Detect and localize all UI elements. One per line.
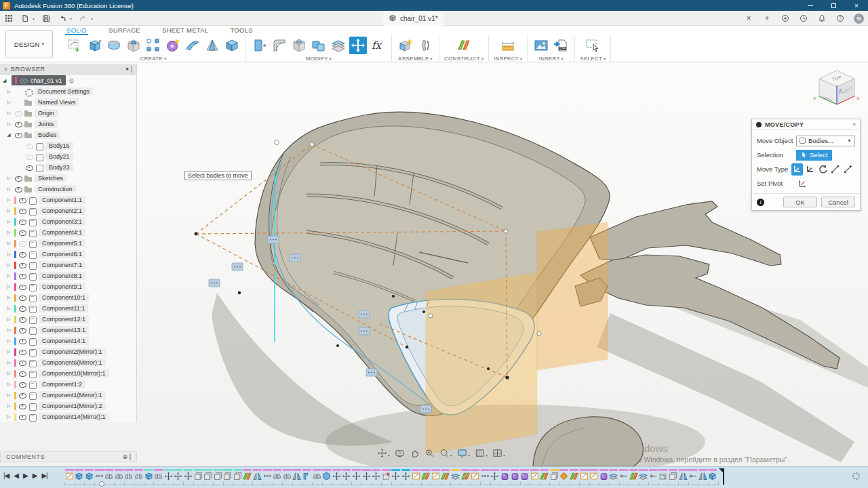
- set-pivot-button[interactable]: [796, 178, 809, 190]
- visibility-eye-icon[interactable]: [18, 327, 26, 333]
- extensions-icon[interactable]: [781, 14, 790, 23]
- timeline-feature-boolean[interactable]: [500, 469, 510, 481]
- panel-handle[interactable]: [131, 66, 132, 73]
- restore-button[interactable]: [822, 0, 845, 11]
- expand-icon[interactable]: ▷: [5, 241, 12, 246]
- timeline-feature-sketch[interactable]: [302, 469, 312, 481]
- browser-root-row[interactable]: ◢ chair_01 v1 ⊙: [0, 75, 136, 86]
- browser-row-component12-1[interactable]: ▷Component12:1: [0, 314, 136, 325]
- press-pull-button[interactable]: [251, 37, 269, 54]
- browser-row-component14-mirror-1[interactable]: ▷Component14(Mirror):1: [0, 411, 136, 422]
- timeline-feature-copy[interactable]: [223, 469, 233, 481]
- expand-icon[interactable]: ▷: [5, 100, 12, 105]
- group-label-inspect[interactable]: INSPECT: [494, 56, 522, 62]
- timeline-feature-move[interactable]: [174, 469, 184, 481]
- timeline-feature-mirror[interactable]: [272, 469, 282, 481]
- browser-row-component9-1[interactable]: ▷Component9:1: [0, 281, 136, 292]
- browser-header[interactable]: « BROWSER ●: [0, 64, 136, 75]
- look-at-button[interactable]: [395, 448, 405, 460]
- timeline-skip-end-button[interactable]: ▶|: [41, 472, 47, 479]
- expand-icon[interactable]: ▷: [5, 371, 12, 376]
- timeline-feature-extrude[interactable]: [84, 469, 94, 481]
- orbit-button[interactable]: ▾: [377, 448, 390, 460]
- sketch-pattern-button[interactable]: [144, 37, 162, 54]
- timeline-feature-extrude[interactable]: [708, 469, 718, 481]
- visibility-eye-icon[interactable]: [18, 413, 26, 420]
- timeline-feature-mirror[interactable]: [104, 469, 114, 481]
- browser-row-component10-mirror-1[interactable]: ▷Component10(Mirror):1: [0, 368, 136, 379]
- expand-icon[interactable]: ▷: [5, 284, 12, 289]
- browser-row-body16[interactable]: Body16: [0, 140, 136, 151]
- revolve-button[interactable]: [105, 37, 123, 54]
- timeline-feature-mirror[interactable]: [312, 469, 322, 481]
- visibility-eye-icon[interactable]: [20, 77, 28, 84]
- visibility-eye-icon[interactable]: [25, 153, 33, 160]
- visibility-eye-icon[interactable]: [18, 338, 26, 344]
- viewports-button[interactable]: ▾: [492, 448, 505, 460]
- expand-icon[interactable]: ▷: [5, 186, 12, 192]
- timeline-feature-extrude[interactable]: [144, 469, 154, 481]
- timeline-feature-sketch[interactable]: [431, 469, 441, 481]
- timeline-feature-mirror[interactable]: [134, 469, 144, 481]
- timeline-feature-point[interactable]: [559, 469, 570, 481]
- browser-row-document-settings[interactable]: ▷Document Settings: [0, 86, 136, 97]
- expand-icon[interactable]: ▷: [5, 392, 12, 398]
- expand-icon[interactable]: ▷: [5, 327, 12, 333]
- shell-button[interactable]: [290, 37, 308, 54]
- split-body-button[interactable]: [330, 37, 347, 54]
- visibility-eye-icon[interactable]: [14, 175, 22, 182]
- visibility-eye-icon[interactable]: [18, 251, 26, 258]
- timeline-settings-gear-icon[interactable]: [852, 472, 860, 480]
- timeline-skip-start-button[interactable]: |◀: [3, 472, 9, 479]
- expand-icon[interactable]: ◢: [5, 132, 12, 138]
- timeline-feature-shell[interactable]: [658, 469, 669, 481]
- measure-button[interactable]: [499, 37, 517, 54]
- timeline-step-forward-button[interactable]: ▶: [33, 472, 37, 479]
- expand-icon[interactable]: ▷: [5, 349, 12, 354]
- browser-row-body23[interactable]: Body23: [0, 162, 136, 173]
- ribbon-tab-tools[interactable]: TOOLS: [229, 26, 254, 35]
- dialog-expand-icon[interactable]: »: [853, 121, 856, 127]
- timeline-feature-extrude[interactable]: [75, 469, 85, 481]
- visibility-eye-icon[interactable]: [18, 392, 26, 399]
- timeline-feature-plane[interactable]: [243, 469, 253, 481]
- browser-row-construction[interactable]: ▷Construction: [0, 184, 136, 195]
- construction-plane-button[interactable]: [455, 37, 473, 54]
- save-button[interactable]: [41, 14, 51, 23]
- group-label-select[interactable]: SELECT: [580, 56, 606, 62]
- timeline-feature-boolean[interactable]: [599, 469, 609, 481]
- new-tab-button[interactable]: +: [762, 14, 772, 23]
- expand-icon[interactable]: ▷: [5, 262, 12, 268]
- browser-row-component13-1[interactable]: ▷Component13:1: [0, 325, 136, 336]
- visibility-eye-icon[interactable]: [18, 403, 26, 409]
- redo-button[interactable]: [79, 14, 88, 23]
- fit-button[interactable]: ▾: [439, 448, 452, 460]
- timeline-feature-mirror[interactable]: [124, 469, 134, 481]
- visibility-eye-icon[interactable]: [25, 164, 33, 171]
- browser-row-component2-mirror-1[interactable]: ▷Component2(Mirror):1: [0, 346, 136, 357]
- expand-icon[interactable]: ▷: [5, 219, 12, 224]
- group-label-construct[interactable]: CONSTRUCT: [444, 56, 484, 62]
- timeline-feature-pattern[interactable]: [480, 469, 490, 481]
- timeline-feature-copy[interactable]: [193, 469, 203, 481]
- timeline-feature-boolean[interactable]: [519, 469, 530, 481]
- browser-row-component8-1[interactable]: ▷Component8:1: [0, 270, 136, 281]
- visibility-eye-icon[interactable]: [14, 186, 22, 192]
- browser-row-component1-2[interactable]: ▷Component1:2: [0, 379, 136, 390]
- grid-settings-button[interactable]: ▾: [475, 448, 488, 460]
- timeline-feature-copy[interactable]: [233, 469, 243, 481]
- hole-button[interactable]: [125, 37, 142, 54]
- zoom-button[interactable]: [425, 448, 435, 460]
- timeline-feature-move[interactable]: [183, 469, 193, 481]
- add-comment-icon[interactable]: ⊕: [122, 453, 127, 460]
- comments-handle[interactable]: [130, 453, 131, 460]
- expand-icon[interactable]: ▷: [5, 176, 12, 181]
- expand-icon[interactable]: ▷: [5, 110, 12, 116]
- visibility-eye-icon[interactable]: [18, 207, 26, 214]
- visibility-eye-icon[interactable]: [18, 316, 26, 323]
- timeline-feature-mirror[interactable]: [282, 469, 292, 481]
- group-label-modify[interactable]: MODIFY: [306, 56, 332, 62]
- move-type-point-to-position-button[interactable]: [842, 163, 854, 176]
- expand-icon[interactable]: ▷: [5, 338, 12, 344]
- timeline-slider-handle[interactable]: [99, 481, 104, 487]
